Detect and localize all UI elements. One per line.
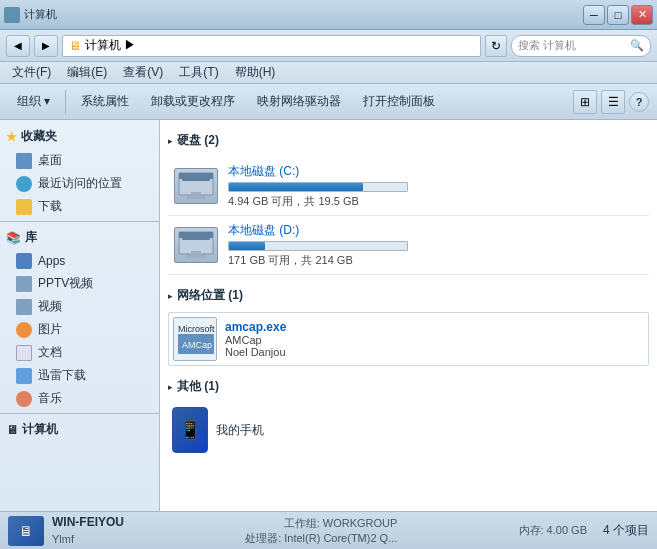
- sidebar-item-label: 音乐: [38, 390, 62, 407]
- window-icon: [4, 7, 20, 23]
- other-title: 其他 (1): [177, 378, 219, 395]
- drive-c-icon: [174, 168, 218, 204]
- sidebar-item-desktop[interactable]: 桌面: [0, 149, 159, 172]
- menu-help[interactable]: 帮助(H): [227, 62, 284, 83]
- title-bar: 计算机 ─ □ ✕: [0, 0, 657, 30]
- refresh-button[interactable]: ↻: [485, 35, 507, 57]
- status-workgroup: 工作组: WORKGROUP: [245, 516, 397, 531]
- sys-props-button[interactable]: 系统属性: [72, 88, 138, 116]
- sidebar-item-pictures[interactable]: 图片: [0, 318, 159, 341]
- svg-rect-2: [191, 192, 201, 196]
- status-computer-icon: 🖥: [8, 516, 44, 546]
- music-icon: [16, 391, 32, 407]
- drive-d-item[interactable]: 本地磁盘 (D:) 171 GB 可用，共 214 GB: [168, 216, 649, 275]
- view-toggle-button[interactable]: ⊞: [573, 90, 597, 114]
- forward-button[interactable]: ▶: [34, 35, 58, 57]
- recent-icon: [16, 176, 32, 192]
- sidebar-item-video[interactable]: 视频: [0, 295, 159, 318]
- library-section-header[interactable]: 📚 库: [0, 225, 159, 250]
- section-triangle-other: ▸: [168, 382, 173, 392]
- drive-c-bar-container: [228, 182, 408, 192]
- sidebar-item-documents[interactable]: 文档: [0, 341, 159, 364]
- search-box[interactable]: 搜索 计算机 🔍: [511, 35, 651, 57]
- other-section-header: ▸ 其他 (1): [168, 374, 649, 399]
- sidebar-divider-1: [0, 221, 159, 222]
- sidebar-item-label: 下载: [38, 198, 62, 215]
- network-item-amcap[interactable]: Microsoft AMCap amcap.exe AMCap Noel Dan…: [168, 312, 649, 366]
- sidebar-item-label: Apps: [38, 254, 65, 268]
- sidebar-item-label: 最近访问的位置: [38, 175, 122, 192]
- drive-d-name: 本地磁盘 (D:): [228, 222, 645, 239]
- svg-rect-3: [186, 196, 206, 199]
- address-bar: ◀ ▶ 🖥 计算机 ▶ ↻ 搜索 计算机 🔍: [0, 30, 657, 62]
- map-drive-button[interactable]: 映射网络驱动器: [248, 88, 350, 116]
- uninstall-button[interactable]: 卸载或更改程序: [142, 88, 244, 116]
- help-button[interactable]: ?: [629, 92, 649, 112]
- thunder-icon: [16, 368, 32, 384]
- status-computer-name: WIN-FEIYOU: [52, 513, 124, 531]
- computer-section-header[interactable]: 🖥 计算机: [0, 417, 159, 442]
- amcap-exe-name: amcap.exe: [225, 320, 286, 334]
- phone-name: 我的手机: [216, 422, 264, 439]
- drive-d-bar-container: [228, 241, 408, 251]
- amcap-author: Noel Danjou: [225, 346, 286, 358]
- phone-icon: 📱: [172, 407, 208, 453]
- drive-d-icon: [174, 227, 218, 263]
- favorites-section-header[interactable]: ★ 收藏夹: [0, 124, 159, 149]
- item-count: 4 个项目: [603, 522, 649, 539]
- desktop-icon: [16, 153, 32, 169]
- search-placeholder: 搜索 计算机: [518, 38, 576, 53]
- hardisk-section-header: ▸ 硬盘 (2): [168, 128, 649, 153]
- search-icon: 🔍: [630, 39, 644, 52]
- address-path[interactable]: 🖥 计算机 ▶: [62, 35, 481, 57]
- menu-edit[interactable]: 编辑(E): [59, 62, 115, 83]
- network-section-header: ▸ 网络位置 (1): [168, 283, 649, 308]
- drive-d-bar: [229, 242, 265, 250]
- close-button[interactable]: ✕: [631, 5, 653, 25]
- svg-rect-6: [191, 251, 201, 255]
- pptv-icon: [16, 276, 32, 292]
- svg-rect-4: [179, 232, 213, 254]
- toolbar-separator-1: [65, 90, 66, 114]
- maximize-button[interactable]: □: [607, 5, 629, 25]
- drive-c-item[interactable]: 本地磁盘 (C:) 4.94 GB 可用，共 19.5 GB: [168, 157, 649, 216]
- computer-label: 计算机: [22, 421, 58, 438]
- control-panel-button[interactable]: 打开控制面板: [354, 88, 444, 116]
- view-details-button[interactable]: ☰: [601, 90, 625, 114]
- toolbar: 组织 ▾ 系统属性 卸载或更改程序 映射网络驱动器 打开控制面板 ⊞ ☰ ?: [0, 84, 657, 120]
- path-text: 计算机 ▶: [85, 37, 136, 54]
- amcap-subname: AMCap: [225, 334, 286, 346]
- menu-bar: 文件(F) 编辑(E) 查看(V) 工具(T) 帮助(H): [0, 62, 657, 84]
- video-icon: [16, 299, 32, 315]
- phone-item[interactable]: 📱 我的手机: [168, 403, 649, 457]
- drive-d-desc: 171 GB 可用，共 214 GB: [228, 253, 645, 268]
- menu-view[interactable]: 查看(V): [115, 62, 171, 83]
- svg-rect-5: [182, 235, 210, 240]
- minimize-button[interactable]: ─: [583, 5, 605, 25]
- sidebar-item-download[interactable]: 下载: [0, 195, 159, 218]
- download-icon: [16, 199, 32, 215]
- menu-file[interactable]: 文件(F): [4, 62, 59, 83]
- network-title: 网络位置 (1): [177, 287, 243, 304]
- main-area: ★ 收藏夹 桌面 最近访问的位置 下载 📚 库 Apps PPTV视频: [0, 120, 657, 511]
- status-bar: 🖥 WIN-FEIYOU Ylmf 工作组: WORKGROUP 处理器: In…: [0, 511, 657, 549]
- back-button[interactable]: ◀: [6, 35, 30, 57]
- organize-button[interactable]: 组织 ▾: [8, 88, 59, 116]
- sidebar-item-apps[interactable]: Apps: [0, 250, 159, 272]
- status-processor: 处理器: Intel(R) Core(TM)2 Q...: [245, 531, 397, 546]
- sidebar: ★ 收藏夹 桌面 最近访问的位置 下载 📚 库 Apps PPTV视频: [0, 120, 160, 511]
- drive-c-name: 本地磁盘 (C:): [228, 163, 645, 180]
- library-icon: 📚: [6, 231, 21, 245]
- sidebar-item-recent[interactable]: 最近访问的位置: [0, 172, 159, 195]
- sidebar-item-music[interactable]: 音乐: [0, 387, 159, 410]
- status-user: Ylmf: [52, 531, 124, 548]
- status-memory-value: 内存: 4.00 GB: [519, 523, 587, 538]
- sidebar-item-pptv[interactable]: PPTV视频: [0, 272, 159, 295]
- sidebar-item-thunder[interactable]: 迅雷下载: [0, 364, 159, 387]
- status-extra: 工作组: WORKGROUP 处理器: Intel(R) Core(TM)2 Q…: [245, 516, 397, 546]
- menu-tools[interactable]: 工具(T): [171, 62, 226, 83]
- library-label: 库: [25, 229, 37, 246]
- content-area: ▸ 硬盘 (2) 本地磁盘 (C:): [160, 120, 657, 511]
- window-title: 计算机: [24, 7, 57, 22]
- sidebar-item-label: 迅雷下载: [38, 367, 86, 384]
